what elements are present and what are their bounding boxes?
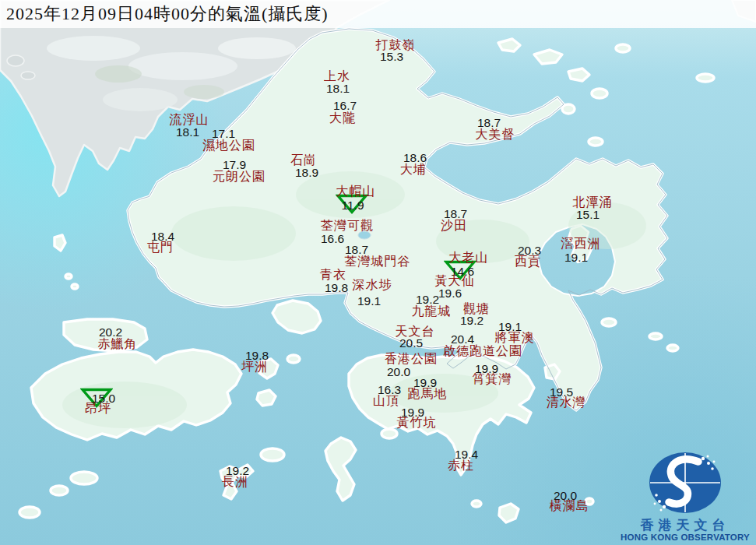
station-temp-value: 20.5 — [399, 337, 423, 350]
station-name: 荃灣可觀 — [321, 220, 374, 232]
station-temp-value: 19.1 — [357, 295, 381, 308]
station-temp-value: 11.9 — [341, 199, 364, 212]
station-name: 大隴 — [329, 112, 356, 125]
station-name: 天文台 — [396, 325, 435, 338]
station-name: 大帽山 — [336, 185, 376, 198]
station-name: 黃大仙 — [435, 275, 475, 287]
station-name: 九龍城 — [412, 305, 452, 318]
station-name: 將軍澳 — [495, 332, 535, 344]
hko-logo-chinese: 香港天文台 — [619, 519, 751, 533]
station-temp-value: 15.1 — [576, 209, 600, 221]
temperature-map-page: 15.3打鼓嶺18.1上水16.7大隴18.1流浮山17.1濕地公園17.9元朗… — [0, 0, 756, 545]
station-name: 大美督 — [476, 128, 515, 141]
station-name: 青衣 — [320, 269, 346, 281]
station-name: 荃灣城門谷 — [345, 255, 411, 268]
station-name: 啟德跑道公園 — [443, 345, 522, 357]
station-name: 打鼓嶺 — [376, 39, 416, 51]
station-name: 清水灣 — [547, 396, 586, 409]
station-temp-value: 19.1 — [564, 251, 588, 264]
station-name: 赤鱲角 — [98, 338, 138, 350]
station-name: 長洲 — [222, 476, 248, 488]
station-temp-value: 16.7 — [333, 100, 357, 112]
station-name: 流浮山 — [170, 114, 209, 126]
station-name: 深水埗 — [353, 279, 392, 291]
station-temp-value: 19.6 — [438, 287, 462, 300]
station-name: 山頂 — [373, 395, 399, 407]
hko-logo: 香港天文台 HONG KONG OBSERVATORY — [619, 448, 751, 543]
station-name: 筲箕灣 — [473, 373, 512, 385]
station-name: 赤柱 — [448, 459, 474, 472]
station-name: 石崗 — [290, 154, 317, 167]
station-temp-value: 16.6 — [321, 233, 344, 245]
station-name: 北潭涌 — [573, 196, 613, 209]
station-name: 跑馬地 — [408, 388, 448, 400]
station-name: 香港公園 — [385, 353, 438, 365]
station-name: 觀塘 — [463, 303, 490, 315]
station-name: 濕地公園 — [202, 139, 255, 152]
station-name: 大埔 — [400, 164, 427, 176]
station-name: 上水 — [324, 70, 350, 83]
station-name: 滘西洲 — [561, 237, 601, 250]
station-name: 元朗公園 — [213, 171, 265, 183]
station-name: 橫瀾島 — [550, 500, 589, 512]
station-temp-value: 18.9 — [295, 167, 318, 179]
station-temp-value: 19.2 — [460, 315, 483, 327]
station-temp-value: 18.1 — [326, 83, 350, 95]
hko-logo-english: HONG KONG OBSERVATORY — [619, 533, 751, 543]
station-temp-value: 20.0 — [387, 366, 410, 378]
station-name: 屯門 — [147, 241, 174, 254]
station-temp-value: 18.1 — [176, 126, 199, 139]
station-name: 沙田 — [441, 220, 467, 232]
station-temp-value: 15.3 — [380, 51, 403, 63]
station-name: 西貢 — [515, 255, 541, 268]
station-name: 昂坪 — [85, 403, 111, 415]
station-name: 坪洲 — [241, 360, 268, 373]
hko-logo-icon — [638, 448, 732, 517]
title-bar: 2025年12月09日04時00分的氣溫(攝氏度) — [0, 0, 756, 28]
station-name: 黃竹坑 — [397, 417, 437, 429]
page-title: 2025年12月09日04時00分的氣溫(攝氏度) — [0, 2, 329, 26]
station-temp-value: 19.8 — [325, 282, 348, 294]
station-name: 大老山 — [449, 251, 489, 264]
